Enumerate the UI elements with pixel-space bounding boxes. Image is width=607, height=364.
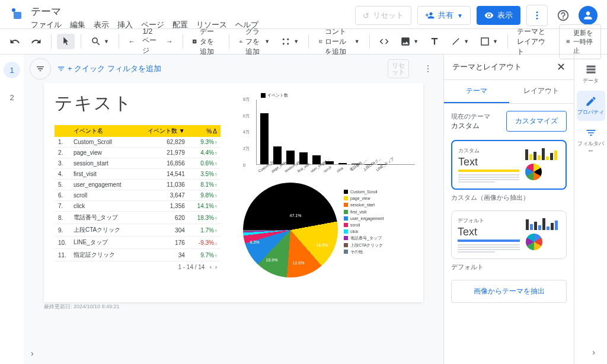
svg-point-1	[536, 11, 538, 13]
theme-layout-button[interactable]: テーマとレイアウト	[513, 24, 552, 59]
theme-panel: テーマとレイアウト ✕ テーマレイアウト 現在のテーマ カスタム カスタマイズ …	[443, 55, 574, 364]
table-row[interactable]: 2.page_view21,9794.4%↑	[55, 148, 221, 158]
table-row[interactable]: 11.指定証クリック349.7%↑	[55, 249, 221, 261]
page-thumb-2[interactable]: 2	[4, 89, 20, 106]
svg-point-7	[287, 43, 289, 44]
table-row[interactable]: 1.Custom_Scroll62,8299.3%↑	[55, 137, 221, 148]
svg-point-4	[283, 39, 285, 40]
theme-card-1[interactable]: デフォルトText	[451, 210, 567, 259]
avatar[interactable]	[579, 6, 598, 25]
more-button[interactable]	[526, 5, 548, 26]
table-row[interactable]: 4.first_visit14,5413.5%↑	[55, 169, 221, 180]
embed-button[interactable]	[375, 34, 393, 49]
report-canvas[interactable]: テキスト イベント名イベント数 ▼% Δ 1.Custom_Scroll62,8…	[44, 83, 423, 302]
page-prev[interactable]: ←	[124, 35, 139, 48]
filter-icon	[36, 64, 45, 74]
page-rail: 1 2	[0, 55, 24, 364]
side-rail: データ プロパティ フィルタバー ›	[574, 55, 607, 364]
table-icon	[585, 64, 597, 76]
table-row[interactable]: 6.scroll3,6479.8%↑	[55, 190, 221, 201]
zoom-tool[interactable]: ▼	[87, 34, 113, 49]
svg-point-3	[536, 18, 538, 20]
svg-point-9	[427, 65, 429, 66]
select-tool[interactable]	[57, 34, 75, 49]
shape-button[interactable]: ▼	[476, 34, 501, 49]
table-pager[interactable]: 1 - 14 / 14 ‹ ›	[55, 261, 221, 273]
more-vert-icon	[532, 10, 542, 21]
person-add-icon	[425, 11, 435, 20]
pie-legend: Custom_Scrollpage_viewsession_startfirst…	[344, 189, 384, 289]
customize-button[interactable]: カスタマイズ	[506, 111, 567, 132]
view-button[interactable]: 表示	[477, 6, 520, 25]
svg-point-10	[427, 68, 429, 69]
theme-card-0[interactable]: カスタムText	[451, 140, 567, 190]
person-icon	[582, 9, 594, 21]
add-control-button[interactable]: コントロールを追加▼	[315, 24, 363, 59]
canvas-toolbar: + クイック フィルタを追加 リセット	[24, 55, 443, 83]
eye-icon	[484, 11, 494, 20]
svg-point-2	[536, 15, 538, 17]
extract-theme-button[interactable]: 画像からテーマを抽出	[451, 280, 567, 303]
page-indicator: 1/2 ページ	[142, 27, 158, 56]
svg-point-6	[283, 43, 285, 44]
doc-title[interactable]: テーマ	[31, 5, 355, 18]
more-vert-icon	[423, 64, 433, 74]
text-button[interactable]	[426, 34, 443, 49]
event-table[interactable]: イベント名イベント数 ▼% Δ 1.Custom_Scroll62,8299.3…	[55, 125, 221, 261]
side-collapse[interactable]: ›	[592, 347, 595, 357]
help-button[interactable]	[554, 6, 573, 25]
panel-close[interactable]: ✕	[557, 60, 566, 74]
funnel-icon	[585, 127, 597, 139]
undo-button[interactable]	[6, 34, 24, 49]
side-filter[interactable]: フィルタバー	[577, 122, 605, 160]
current-theme-name: カスタム	[451, 121, 490, 131]
panel-tab-1[interactable]: レイアウト	[509, 80, 574, 103]
canvas-prev[interactable]: ›	[31, 349, 34, 358]
svg-point-0	[12, 8, 15, 12]
line-button[interactable]: ▼	[447, 34, 472, 49]
canvas-more[interactable]	[418, 59, 437, 78]
side-properties[interactable]: プロパティ	[577, 91, 605, 121]
filter-icon-button[interactable]	[30, 58, 51, 79]
theme-name-0: カスタム（画像から抽出）	[451, 193, 567, 202]
table-row[interactable]: 10.LINE_タップ176-9.3%↓	[55, 237, 221, 249]
page-thumb-1[interactable]: 1	[4, 62, 20, 78]
panel-tab-0[interactable]: テーマ	[444, 80, 509, 103]
pause-icon	[566, 36, 570, 47]
svg-rect-8	[481, 38, 488, 45]
app-logo-icon	[9, 6, 24, 20]
panel-title: テーマとレイアウト	[452, 62, 522, 72]
toolbar: ▼ ← 1/2 ページ → データを追加 グラフを追加▼ ▼ コントロールを追加…	[0, 28, 607, 55]
bar-chart[interactable]: イベント数 Custom_Sc...page_viewsession_sta..…	[239, 92, 417, 175]
image-button[interactable]: ▼	[397, 34, 422, 49]
theme-name-1: デフォルト	[451, 263, 567, 272]
table-row[interactable]: 7.click1,35614.1%↑	[55, 201, 221, 212]
help-icon	[557, 9, 570, 22]
reset-vert-button[interactable]: リセット	[388, 59, 409, 78]
table-row[interactable]: 3.session_start16,8560.6%↑	[55, 158, 221, 169]
redo-button[interactable]	[27, 34, 45, 49]
share-button[interactable]: 共有▼	[417, 6, 471, 25]
svg-point-11	[427, 71, 429, 72]
bar-legend: イベント数	[261, 92, 288, 98]
page-next[interactable]: →	[162, 35, 177, 48]
add-chart-button[interactable]: グラフを追加▼	[235, 24, 273, 59]
add-data-button[interactable]: データを追加	[189, 24, 223, 59]
pie-chart[interactable]: 47.1%16.5%12.6%10.9%8.3% Custom_Scrollpa…	[243, 183, 421, 289]
reset-button[interactable]: ↺リセット	[355, 6, 411, 25]
filter-list-icon	[57, 65, 65, 73]
community-viz-button[interactable]: ▼	[277, 34, 302, 49]
side-data[interactable]: データ	[577, 59, 605, 90]
quick-filter-button[interactable]: + クイック フィルタを追加	[57, 63, 161, 74]
svg-point-5	[287, 39, 289, 40]
table-row[interactable]: 8.電話番号_タップ62018.3%↑	[55, 212, 221, 224]
current-theme-label: 現在のテーマ	[451, 112, 490, 121]
pause-button[interactable]: 更新を一時停止	[559, 24, 601, 59]
table-row[interactable]: 5.user_engagement11,0368.1%↑	[55, 180, 221, 190]
timestamp: 最終更新日: 2024/10/10 8:49:21	[44, 303, 120, 311]
edit-icon	[585, 95, 597, 107]
table-row[interactable]: 9.上段CTAクリック3041.7%↑	[55, 224, 221, 237]
